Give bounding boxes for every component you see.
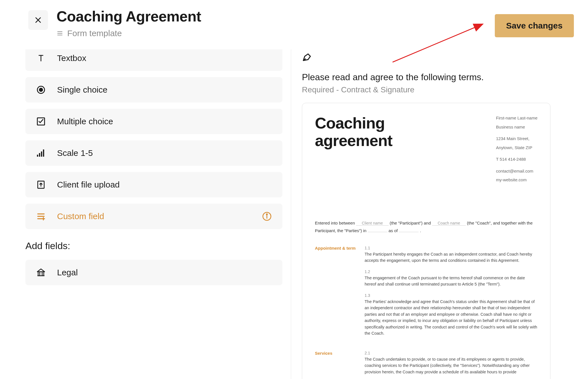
section-label: Appointment & term [315,246,357,342]
clause-text: The Coach undertakes to provide, or to c… [365,356,537,375]
field-label: Client file upload [57,180,120,190]
textbox-icon [36,53,46,63]
field-type-multiple-choice[interactable]: Multiple choice [25,109,282,134]
meta-name: First-name Last-name [496,114,537,122]
svg-rect-12 [43,149,44,157]
field-label: Scale 1-5 [57,148,93,158]
intro-t4: as of [389,228,398,233]
intro-t5: . [420,228,421,233]
close-button[interactable] [28,10,48,30]
legal-icon [36,268,46,277]
add-field-legal[interactable]: Legal [25,260,282,285]
clause-text: The Parties' acknowledge and agree that … [365,299,537,337]
section-label: Services [315,351,357,375]
intro-t2: (the "Participant") and [390,221,431,225]
field-label: Multiple choice [57,117,113,126]
doc-title-line1: Coaching [315,114,385,132]
field-label: Single choice [57,85,107,95]
field-type-single-choice[interactable]: Single choice [25,77,282,103]
content: Textbox Single choice Multiple choice [0,49,588,379]
section-body: 1.1 The Participant hereby engages the C… [365,246,537,342]
info-icon[interactable] [262,212,272,221]
clause-text: The engagement of the Coach pursuant to … [365,275,537,287]
svg-rect-10 [39,153,40,157]
add-fields-heading: Add fields: [25,240,282,251]
title-area: Coaching Agreement Form template [56,8,201,38]
clause-num: 1.2 [365,269,537,274]
left-panel: Textbox Single choice Multiple choice [0,49,282,379]
field-type-file-upload[interactable]: Client file upload [25,172,282,197]
doc-title-line2: agreement [315,132,392,149]
meta-business: Business name [496,123,537,131]
subtitle-row: Form template [56,29,201,38]
section-services: Services 2.1 The Coach undertakes to pro… [315,351,537,375]
clause-text: The Participant hereby engages the Coach… [365,251,537,264]
form-template-icon [56,30,63,37]
meta-address2: Anytown, State ZIP [496,144,537,151]
custom-field-icon [36,212,46,221]
checkbox-icon [36,117,46,126]
preview-title: Please read and agree to the following t… [302,72,571,82]
upload-icon [36,180,46,190]
doc-title: Coaching agreement [315,114,392,185]
clause-num: 1.1 [365,246,537,250]
svg-rect-9 [37,155,38,157]
close-icon [34,16,42,24]
field-label: Custom field [57,212,104,221]
right-panel: Please read and agree to the following t… [291,49,588,379]
clause-num: 1.3 [365,293,537,298]
meta-address1: 1234 Main Street, [496,135,537,142]
doc-meta: First-name Last-name Business name 1234 … [496,114,537,185]
doc-header: Coaching agreement First-name Last-name … [315,114,537,185]
page-title: Coaching Agreement [56,8,201,25]
signature-icon [302,51,313,62]
section-body: 2.1 The Coach undertakes to provide, or … [365,351,537,375]
intro-blank1 [368,228,387,232]
field-type-scale[interactable]: Scale 1-5 [25,140,282,166]
field-type-textbox[interactable]: Textbox [25,49,282,71]
intro-coach-placeholder: Coach name [432,221,466,226]
header-left: Coaching Agreement Form template [28,8,201,38]
meta-website: my-website.com [496,176,537,184]
document-preview[interactable]: Coaching agreement First-name Last-name … [302,103,550,379]
section-appointment: Appointment & term 1.1 The Participant h… [315,246,537,342]
meta-phone: T 514 414-2488 [496,156,537,163]
field-label: Legal [57,268,78,277]
intro-t1: Entered into between [315,221,355,225]
save-changes-button[interactable]: Save changes [495,14,574,37]
preview-subtitle: Required - Contract & Signature [302,85,571,94]
subtitle-text: Form template [67,29,122,38]
radio-icon [36,85,46,95]
svg-point-21 [266,214,267,215]
intro-client-placeholder: Client name [356,221,389,226]
doc-intro: Entered into between Client name (the "P… [315,219,537,234]
header: Coaching Agreement Form template Save ch… [0,0,588,49]
field-type-custom[interactable]: Custom field [25,204,282,229]
scale-icon [36,148,46,158]
meta-email: contact@email.com [496,167,537,175]
clause-num: 2.1 [365,351,537,355]
field-label: Textbox [57,53,86,63]
intro-blank2 [399,228,419,232]
svg-rect-11 [41,152,42,157]
svg-point-7 [39,88,42,92]
